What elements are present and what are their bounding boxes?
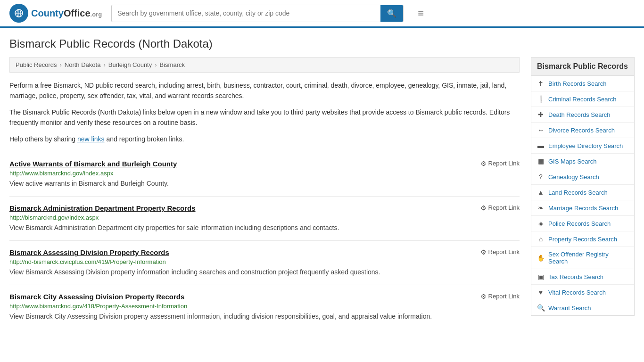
sidebar-link-warrant[interactable]: 🔍 Warrant Search xyxy=(531,300,634,315)
result-title-3[interactable]: Bismarck City Assessing Division Propert… xyxy=(9,293,184,301)
sidebar-icon-marriage: ❧ xyxy=(537,204,545,212)
breadcrumb: Public Records › North Dakota › Burleigh… xyxy=(9,57,520,73)
result-title-1[interactable]: Bismarck Administration Department Prope… xyxy=(9,204,196,212)
report-icon-3: ⚙ xyxy=(480,293,487,300)
sidebar-label-tax: Tax Records Search xyxy=(548,273,603,280)
sidebar-icon-criminal: ❕ xyxy=(537,95,545,103)
menu-button[interactable]: ≡ xyxy=(418,7,424,19)
sidebar-link-marriage[interactable]: ❧ Marriage Records Search xyxy=(531,200,634,215)
breadcrumb-sep-1: › xyxy=(59,61,61,68)
description-3-prefix: Help others by sharing xyxy=(9,135,77,143)
page-title: Bismarck Public Records (North Dakota) xyxy=(9,37,635,50)
search-button[interactable]: 🔍 xyxy=(380,5,403,22)
sidebar: Bismarck Public Records ✝ Birth Records … xyxy=(531,57,635,316)
main-container: Bismarck Public Records (North Dakota) P… xyxy=(0,28,644,338)
sidebar-icon-employee: ▬ xyxy=(537,142,545,149)
sidebar-item-tax: ▣ Tax Records Search xyxy=(531,269,634,285)
sidebar-label-criminal: Criminal Records Search xyxy=(548,96,617,103)
sidebar-link-property[interactable]: ⌂ Property Records Search xyxy=(531,231,634,247)
sidebar-link-police[interactable]: ◈ Police Records Search xyxy=(531,216,634,231)
sidebar-item-marriage: ❧ Marriage Records Search xyxy=(531,200,634,216)
sidebar-icon-vital: ♥ xyxy=(537,288,545,296)
sidebar-link-employee[interactable]: ▬ Employee Directory Search xyxy=(531,138,634,153)
report-icon-1: ⚙ xyxy=(480,204,487,212)
result-header: Bismarck City Assessing Division Propert… xyxy=(9,293,520,301)
sidebar-item-land: ▲ Land Records Search xyxy=(531,185,634,200)
sidebar-list: ✝ Birth Records Search ❕ Criminal Record… xyxy=(531,76,635,316)
sidebar-item-genealogy: ? Genealogy Search xyxy=(531,169,634,185)
breadcrumb-sep-2: › xyxy=(103,61,105,68)
sidebar-link-sex-offender[interactable]: ✋ Sex Offender Registry Search xyxy=(531,247,634,269)
report-link-1[interactable]: ⚙ Report Link xyxy=(480,204,520,212)
result-desc-0: View active warrants in Bismarck and Bur… xyxy=(9,179,520,189)
sidebar-label-gis: GIS Maps Search xyxy=(548,158,597,165)
breadcrumb-bismarck: Bismarck xyxy=(160,61,185,68)
sidebar-item-birth: ✝ Birth Records Search xyxy=(531,76,634,91)
search-icon: 🔍 xyxy=(387,9,396,17)
sidebar-link-divorce[interactable]: ↔ Divorce Records Search xyxy=(531,123,634,138)
sidebar-label-property: Property Records Search xyxy=(548,236,617,243)
sidebar-link-death[interactable]: ✚ Death Records Search xyxy=(531,107,634,122)
breadcrumb-public-records[interactable]: Public Records xyxy=(16,61,57,68)
result-title-0[interactable]: Active Warrants of Bismarck and Burleigh… xyxy=(9,160,177,168)
result-url-2[interactable]: http://nd-bismarck.civicplus.com/419/Pro… xyxy=(9,258,520,265)
logo-svg xyxy=(13,7,25,19)
result-url-1[interactable]: http://bismarcknd.gov/index.aspx xyxy=(9,214,520,221)
result-header: Active Warrants of Bismarck and Burleigh… xyxy=(9,160,520,168)
sidebar-item-death: ✚ Death Records Search xyxy=(531,107,634,123)
sidebar-item-property: ⌂ Property Records Search xyxy=(531,231,634,247)
sidebar-link-birth[interactable]: ✝ Birth Records Search xyxy=(531,76,634,91)
sidebar-label-sex-offender: Sex Offender Registry Search xyxy=(548,251,628,265)
sidebar-icon-tax: ▣ xyxy=(537,273,545,280)
sidebar-link-land[interactable]: ▲ Land Records Search xyxy=(531,185,634,200)
sidebar-link-tax[interactable]: ▣ Tax Records Search xyxy=(531,269,634,284)
sidebar-label-marriage: Marriage Records Search xyxy=(548,205,618,212)
sidebar-link-gis[interactable]: ▦ GIS Maps Search xyxy=(531,154,634,169)
breadcrumb-burleigh-county[interactable]: Burleigh County xyxy=(108,61,152,68)
sidebar-item-sex-offender: ✋ Sex Offender Registry Search xyxy=(531,247,634,269)
result-desc-2: View Bismarck Assessing Division propert… xyxy=(9,267,520,277)
description-1: Perform a free Bismarck, ND public recor… xyxy=(9,80,520,101)
sidebar-item-employee: ▬ Employee Directory Search xyxy=(531,138,634,154)
search-input[interactable] xyxy=(112,6,380,21)
sidebar-item-criminal: ❕ Criminal Records Search xyxy=(531,91,634,107)
logo-county: County xyxy=(31,8,64,18)
sidebar-label-birth: Birth Records Search xyxy=(548,80,607,87)
site-header: CountyOffice.org 🔍 ≡ xyxy=(0,0,644,28)
sidebar-icon-birth: ✝ xyxy=(537,80,545,87)
description-2: The Bismarck Public Records (North Dakot… xyxy=(9,107,520,128)
report-icon-0: ⚙ xyxy=(480,160,487,167)
sidebar-label-genealogy: Genealogy Search xyxy=(548,173,599,181)
logo-tld: .org xyxy=(91,11,102,18)
result-header: Bismarck Administration Department Prope… xyxy=(9,204,520,212)
sidebar-item-vital: ♥ Vital Records Search xyxy=(531,285,634,300)
content-layout: Public Records › North Dakota › Burleigh… xyxy=(9,57,635,329)
sidebar-item-gis: ▦ GIS Maps Search xyxy=(531,154,634,169)
sidebar-icon-warrant: 🔍 xyxy=(537,304,545,312)
breadcrumb-sep-3: › xyxy=(155,61,157,68)
sidebar-link-genealogy[interactable]: ? Genealogy Search xyxy=(531,169,634,184)
description-3: Help others by sharing new links and rep… xyxy=(9,134,520,144)
breadcrumb-north-dakota[interactable]: North Dakota xyxy=(65,61,101,68)
search-bar: 🔍 xyxy=(111,5,404,22)
result-url-3[interactable]: http://www.bismarcknd.gov/418/Property-A… xyxy=(9,303,520,310)
sidebar-icon-genealogy: ? xyxy=(537,173,545,181)
logo-office: Office xyxy=(64,8,91,18)
result-title-2[interactable]: Bismarck Assessing Division Property Rec… xyxy=(9,248,169,256)
sidebar-label-employee: Employee Directory Search xyxy=(548,142,623,149)
main-content: Public Records › North Dakota › Burleigh… xyxy=(9,57,520,329)
new-links-link[interactable]: new links xyxy=(77,135,105,143)
result-desc-1: View Bismarck Administration Department … xyxy=(9,223,520,233)
sidebar-icon-police: ◈ xyxy=(537,220,545,227)
sidebar-icon-sex-offender: ✋ xyxy=(537,254,545,262)
result-item: Bismarck Administration Department Prope… xyxy=(9,196,520,240)
report-link-0[interactable]: ⚙ Report Link xyxy=(480,160,520,167)
result-url-0[interactable]: http://www.bismarcknd.gov/index.aspx xyxy=(9,170,520,177)
description-3-suffix: and reporting broken links. xyxy=(105,135,184,143)
report-link-2[interactable]: ⚙ Report Link xyxy=(480,248,520,256)
report-link-3[interactable]: ⚙ Report Link xyxy=(480,293,520,300)
sidebar-label-land: Land Records Search xyxy=(548,189,608,196)
logo[interactable]: CountyOffice.org xyxy=(9,4,102,23)
sidebar-link-criminal[interactable]: ❕ Criminal Records Search xyxy=(531,91,634,107)
sidebar-link-vital[interactable]: ♥ Vital Records Search xyxy=(531,285,634,300)
